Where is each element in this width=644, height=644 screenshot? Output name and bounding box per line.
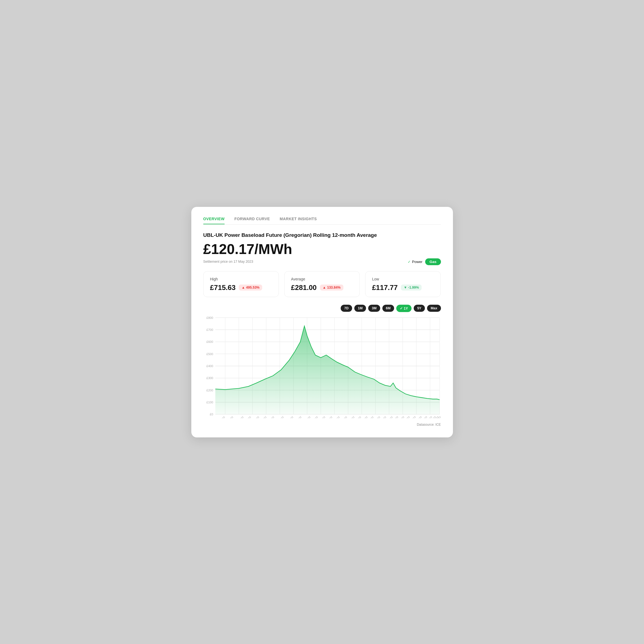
stat-low: Low £117.77 ▼ -1.99% — [365, 271, 441, 297]
stat-low-badge: ▼ -1.99% — [401, 285, 422, 291]
stat-high-value-row: £715.63 ▲ 495.53% — [210, 283, 272, 292]
stat-average-badge: ▲ 133.84% — [320, 285, 343, 291]
stat-low-value-row: £117.77 ▼ -1.99% — [372, 283, 434, 292]
main-card: OVERVIEW FORWARD CURVE MARKET INSIGHTS U… — [191, 207, 453, 437]
svg-text:£500: £500 — [206, 352, 213, 355]
time-range-btn-1y[interactable]: ✓ 1Y — [396, 305, 412, 312]
settlement-date: Settlement price on 17 May 2023 — [203, 260, 253, 264]
stat-high-badge: ▲ 495.53% — [239, 285, 262, 291]
arrow-up-icon-2: ▲ — [323, 286, 326, 289]
svg-text:£700: £700 — [206, 328, 213, 331]
time-range-btn-6m[interactable]: 6M — [382, 305, 394, 312]
time-range-btn-max[interactable]: Max — [427, 305, 441, 312]
datasource: Datasource: ICE — [203, 423, 441, 427]
nav-item-overview[interactable]: OVERVIEW — [203, 217, 225, 224]
chart-area: £800 £700 £600 £500 £400 £300 £200 £100 … — [203, 315, 441, 418]
arrow-up-icon: ▲ — [241, 286, 245, 289]
time-range-btn-1m[interactable]: 1M — [354, 305, 366, 312]
settlement-row: Settlement price on 17 May 2023 ✓ Power … — [203, 258, 441, 265]
stat-average-value-row: £281.00 ▲ 133.84% — [291, 283, 353, 292]
page-title: UBL-UK Power Baseload Future (Gregorian)… — [203, 232, 441, 238]
svg-text:£100: £100 — [206, 400, 213, 404]
time-range-btn-7d[interactable]: 7D — [341, 305, 352, 312]
svg-marker-35 — [215, 326, 440, 414]
price-chart: £800 £700 £600 £500 £400 £300 £200 £100 … — [203, 315, 441, 418]
legend-gas[interactable]: Gas — [425, 258, 441, 265]
svg-text:£200: £200 — [206, 388, 213, 392]
legend: ✓ Power Gas — [408, 258, 441, 265]
svg-text:22 Jun '22: 22 Jun '22 — [250, 415, 260, 418]
stat-average-value: £281.00 — [291, 283, 317, 292]
svg-text:20 Jul '22: 20 Jul '22 — [275, 415, 284, 418]
svg-text:08 Jul '22: 08 Jul '22 — [266, 415, 275, 418]
svg-text:£800: £800 — [206, 316, 213, 319]
arrow-down-icon: ▼ — [404, 286, 407, 289]
legend-power: ✓ Power — [408, 260, 422, 264]
svg-text:17 May '22: 17 May '22 — [216, 415, 225, 418]
nav-item-forward-curve[interactable]: FORWARD CURVE — [234, 217, 270, 224]
stats-row: High £715.63 ▲ 495.53% Average £281.00 ▲… — [203, 271, 441, 297]
svg-text:08 Jun '22: 08 Jun '22 — [235, 415, 244, 418]
svg-text:11 Aug '22: 11 Aug '22 — [292, 415, 302, 418]
stat-high-label: High — [210, 277, 272, 281]
stat-high: High £715.63 ▲ 495.53% — [203, 271, 279, 297]
nav-item-market-insights[interactable]: MARKET INSIGHTS — [280, 217, 317, 224]
stat-high-value: £715.63 — [210, 283, 236, 292]
stat-average-label: Average — [291, 277, 353, 281]
time-range-btn-5y[interactable]: 5Y — [414, 305, 425, 312]
time-range: 7D1M3M6M✓ 1Y5YMax — [341, 305, 441, 312]
stat-low-label: Low — [372, 277, 434, 281]
svg-text:25 May '22: 25 May '22 — [224, 415, 234, 418]
navigation: OVERVIEW FORWARD CURVE MARKET INSIGHTS — [203, 217, 441, 225]
stat-average: Average £281.00 ▲ 133.84% — [284, 271, 360, 297]
price-display: £120.17/MWh — [203, 241, 441, 257]
chart-header: 7D1M3M6M✓ 1Y5YMax — [203, 305, 441, 312]
svg-text:£300: £300 — [206, 376, 213, 380]
stat-low-value: £117.77 — [372, 283, 398, 292]
svg-text:03 Aug '22: 03 Aug '22 — [284, 415, 294, 418]
svg-text:£400: £400 — [206, 364, 213, 367]
svg-text:£600: £600 — [206, 340, 213, 343]
time-range-btn-3m[interactable]: 3M — [368, 305, 380, 312]
svg-text:30 Aug '22: 30 Aug '22 — [301, 415, 311, 418]
svg-text:£0: £0 — [210, 413, 213, 416]
check-icon: ✓ — [408, 260, 411, 264]
